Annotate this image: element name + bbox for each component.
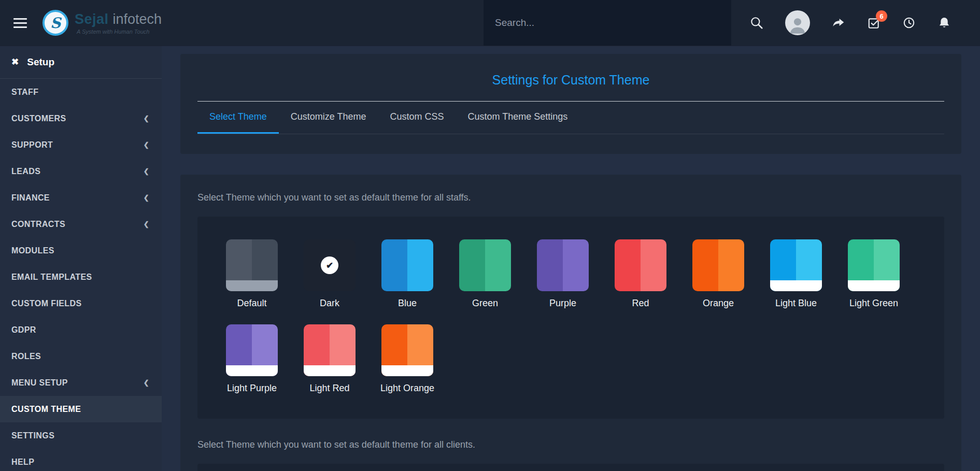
staff-theme-instruction: Select Theme which you want to set as de… [197, 192, 944, 203]
theme-selection-card: Select Theme which you want to set as de… [180, 175, 961, 471]
sidebar-item-custom-theme[interactable]: CUSTOM THEME ❮ [0, 396, 162, 422]
sidebar-item-label: CUSTOMERS [11, 114, 66, 123]
theme-swatch-light-red[interactable]: ✔ Light Red [304, 324, 356, 394]
client-themes-panel [197, 464, 944, 471]
theme-preview: ✔ [615, 239, 666, 291]
theme-swatch-purple[interactable]: ✔ Purple [537, 239, 589, 309]
sidebar-item-menu-setup[interactable]: MENU SETUP ❮ [0, 369, 162, 396]
user-avatar[interactable] [785, 10, 810, 35]
theme-swatch-light-green[interactable]: ✔ Light Green [848, 239, 900, 309]
page-title: Settings for Custom Theme [197, 73, 944, 88]
staff-themes-panel: ✔ Default ✔ Dark [197, 217, 944, 419]
theme-swatch-red[interactable]: ✔ Red [615, 239, 666, 309]
selected-check-icon: ✔ [304, 239, 356, 291]
global-search[interactable] [484, 0, 731, 46]
chevron-left-icon: ❮ [144, 379, 149, 387]
sidebar-item-label: MENU SETUP [11, 378, 68, 388]
theme-preview: ✔ [459, 239, 511, 291]
header-icons: 6 [731, 10, 980, 35]
theme-name: Default [237, 298, 266, 309]
themes-grid: ✔ Default ✔ Dark [213, 239, 929, 394]
tab-select-theme[interactable]: Select Theme [197, 102, 279, 134]
sidebar-item-staff[interactable]: STAFF ❮ [0, 79, 162, 105]
theme-swatch-light-orange[interactable]: ✔ Light Orange [380, 324, 434, 394]
chevron-left-icon: ❮ [144, 167, 149, 175]
sidebar-item-support[interactable]: SUPPORT ❮ [0, 132, 162, 158]
sidebar-item-finance[interactable]: FINANCE ❮ [0, 184, 162, 211]
setup-label: Setup [27, 56, 54, 68]
sidebar-item-help[interactable]: HELP ❮ [0, 449, 162, 471]
brand-tagline: A System with Human Touch [77, 28, 162, 35]
theme-name: Green [472, 298, 498, 309]
sidebar-item-label: MODULES [11, 246, 54, 255]
theme-swatch-green[interactable]: ✔ Green [459, 239, 511, 309]
sidebar-item-label: ROLES [11, 352, 41, 361]
theme-preview: ✔ [537, 239, 589, 291]
search-input[interactable] [495, 17, 720, 28]
theme-preview: ✔ [226, 324, 278, 376]
sidebar: ✖ Setup STAFF ❮ CUSTOMERS ❮ SUPPORT ❮ LE… [0, 46, 162, 471]
theme-name: Orange [703, 298, 734, 309]
client-theme-instruction: Select Theme which you want to set as de… [197, 439, 944, 450]
theme-preview: ✔ [304, 324, 356, 376]
search-icon[interactable] [750, 16, 763, 30]
notifications-bell-icon[interactable] [938, 16, 951, 30]
theme-name: Blue [398, 298, 417, 309]
theme-swatch-orange[interactable]: ✔ Orange [692, 239, 744, 309]
sidebar-item-contracts[interactable]: CONTRACTS ❮ [0, 211, 162, 237]
theme-settings-card: Settings for Custom Theme Select Theme C… [180, 54, 961, 154]
sidebar-item-gdpr[interactable]: GDPR ❮ [0, 317, 162, 343]
theme-swatch-light-purple[interactable]: ✔ Light Purple [226, 324, 278, 394]
brand-name-first: Sejal [75, 11, 109, 27]
clock-icon[interactable] [902, 16, 916, 30]
theme-swatch-default[interactable]: ✔ Default [226, 239, 278, 309]
sidebar-item-label: SUPPORT [11, 140, 53, 150]
hamburger-menu-icon[interactable] [13, 18, 27, 28]
theme-preview: ✔ [381, 324, 433, 376]
tab-custom-css[interactable]: Custom CSS [378, 102, 456, 134]
theme-swatch-blue[interactable]: ✔ Blue [381, 239, 433, 309]
sidebar-item-label: CUSTOM THEME [11, 405, 81, 414]
sidebar-item-label: CUSTOM FIELDS [11, 299, 82, 308]
theme-swatch-dark[interactable]: ✔ Dark [304, 239, 356, 309]
sidebar-item-email-templates[interactable]: EMAIL TEMPLATES ❮ [0, 264, 162, 290]
brand-logo[interactable]: S Sejal infotech A System with Human Tou… [42, 10, 162, 36]
sidebar-item-leads[interactable]: LEADS ❮ [0, 158, 162, 184]
theme-preview: ✔ [770, 239, 822, 291]
tasks-checkbox-icon[interactable]: 6 [867, 16, 880, 30]
sidebar-item-label: EMAIL TEMPLATES [11, 273, 92, 282]
theme-swatch-light-blue[interactable]: ✔ Light Blue [770, 239, 822, 309]
chevron-left-icon: ❮ [144, 141, 149, 149]
chevron-left-icon: ❮ [144, 115, 149, 122]
sidebar-item-customers[interactable]: CUSTOMERS ❮ [0, 105, 162, 132]
brand-logo-icon: S [42, 10, 68, 36]
top-header: S Sejal infotech A System with Human Tou… [0, 0, 980, 46]
theme-name: Light Orange [380, 383, 434, 394]
close-icon[interactable]: ✖ [11, 56, 19, 67]
brand-name-second: infotech [113, 11, 162, 27]
theme-preview: ✔ [692, 239, 744, 291]
tab-custom-theme-settings[interactable]: Custom Theme Settings [456, 102, 580, 134]
brand-text: Sejal infotech A System with Human Touch [75, 11, 162, 35]
sidebar-item-label: STAFF [11, 88, 38, 97]
sidebar-setup-header[interactable]: ✖ Setup [0, 46, 162, 78]
share-arrow-icon[interactable] [832, 16, 845, 30]
sidebar-item-roles[interactable]: ROLES ❮ [0, 343, 162, 369]
sidebar-item-modules[interactable]: MODULES ❮ [0, 237, 162, 264]
theme-name: Purple [549, 298, 576, 309]
tab-customize-theme[interactable]: Customize Theme [279, 102, 378, 134]
theme-name: Light Green [849, 298, 898, 309]
theme-preview: ✔ [304, 239, 356, 291]
sidebar-item-label: LEADS [11, 167, 40, 176]
app-window: S Sejal infotech A System with Human Tou… [0, 0, 980, 471]
theme-name: Light Red [309, 383, 349, 394]
sidebar-item-label: SETTINGS [11, 431, 54, 440]
sidebar-item-label: HELP [11, 458, 34, 467]
tab-bar: Select Theme Customize Theme Custom CSS … [197, 101, 944, 134]
sidebar-item-custom-fields[interactable]: CUSTOM FIELDS ❮ [0, 290, 162, 317]
sidebar-item-settings[interactable]: SETTINGS ❮ [0, 422, 162, 449]
theme-name: Light Blue [775, 298, 817, 309]
chevron-left-icon: ❮ [144, 220, 149, 228]
sidebar-item-label: FINANCE [11, 193, 50, 203]
sidebar-item-label: CONTRACTS [11, 220, 65, 229]
